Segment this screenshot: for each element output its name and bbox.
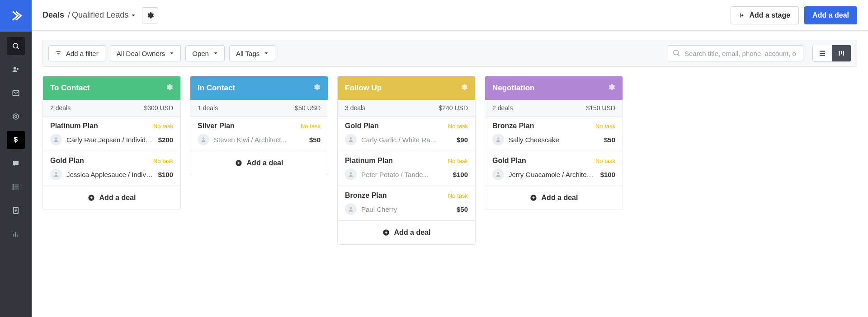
stage: In Contact 1 deals $50 USD Silver Plan N… xyxy=(190,76,328,175)
avatar xyxy=(50,168,62,180)
deal-title: Gold Plan xyxy=(492,157,526,165)
filter-icon xyxy=(55,50,61,56)
breadcrumb-sep: / xyxy=(68,10,70,20)
owner-filter[interactable]: All Deal Owners xyxy=(110,45,181,61)
pipeline-settings-button[interactable] xyxy=(142,7,158,23)
avatar xyxy=(345,134,357,145)
avatar xyxy=(345,168,357,180)
breadcrumb-current[interactable]: Qualified Leads xyxy=(72,10,136,20)
search-input[interactable] xyxy=(668,45,803,61)
stage-count: 3 deals xyxy=(345,104,365,112)
person-icon xyxy=(53,171,59,177)
stage-settings-button[interactable] xyxy=(607,83,615,93)
board-view-icon xyxy=(837,49,845,57)
stage-add-deal-label: Add a deal xyxy=(394,228,431,237)
main: Deals / Qualified Leads Add a stage Add … xyxy=(32,0,868,317)
board-view-button[interactable] xyxy=(832,45,851,61)
avatar xyxy=(492,134,504,145)
stage-add-deal-button[interactable]: Add a deal xyxy=(190,151,328,175)
sidebar-item-deals[interactable] xyxy=(7,131,25,149)
logo-icon xyxy=(9,9,22,22)
deal-card[interactable]: Bronze Plan No task Sally Cheescake $50 xyxy=(485,117,623,151)
deal-card[interactable]: Platinum Plan No task Peter Potato / Tan… xyxy=(338,151,475,186)
sidebar xyxy=(0,0,32,317)
sidebar-item-campaigns[interactable] xyxy=(7,84,25,102)
stage-settings-button[interactable] xyxy=(312,83,321,93)
stage-add-deal-label: Add a deal xyxy=(99,194,136,202)
add-filter-button[interactable]: Add a filter xyxy=(48,45,105,61)
avatar xyxy=(198,134,209,145)
stage-add-deal-button[interactable]: Add a deal xyxy=(338,221,475,244)
deal-task-status: No task xyxy=(448,192,468,199)
svg-point-2 xyxy=(14,67,16,70)
deal-task-status: No task xyxy=(301,123,321,130)
stage-summary: 2 deals $300 USD xyxy=(43,100,180,117)
deal-task-status: No task xyxy=(595,158,615,164)
breadcrumb-current-label: Qualified Leads xyxy=(72,10,128,20)
stage-total: $150 USD xyxy=(586,104,615,112)
stage-name: To Contact xyxy=(50,84,90,93)
person-icon xyxy=(495,171,501,177)
stage: To Contact 2 deals $300 USD Platinum Pla… xyxy=(42,76,181,210)
svg-point-3 xyxy=(17,68,19,70)
deal-card[interactable]: Gold Plan No task Carly Garlic / White R… xyxy=(338,117,475,151)
stage-name: In Contact xyxy=(198,84,235,93)
owner-filter-label: All Deal Owners xyxy=(117,50,165,57)
search-wrap xyxy=(668,45,803,61)
svg-marker-28 xyxy=(170,52,174,54)
deal-card[interactable]: Gold Plan No task Jerry Guacamole / Arch… xyxy=(485,151,623,186)
list-view-button[interactable] xyxy=(813,45,832,61)
sidebar-item-conversations[interactable] xyxy=(7,154,25,172)
svg-point-13 xyxy=(13,189,14,190)
deal-contact: Steven Kiwi / Architect... xyxy=(214,136,287,144)
stage-name: Follow Up xyxy=(345,84,382,93)
stage-add-deal-button[interactable]: Add a deal xyxy=(43,186,180,210)
app-logo[interactable] xyxy=(0,0,32,32)
stage-add-deal-label: Add a deal xyxy=(542,194,578,202)
sidebar-item-automations[interactable] xyxy=(7,107,25,126)
add-stage-button[interactable]: Add a stage xyxy=(731,6,799,24)
sidebar-item-contacts[interactable] xyxy=(7,61,25,79)
deal-card[interactable]: Platinum Plan No task Carly Rae Jepsen /… xyxy=(43,117,180,151)
chevron-down-icon xyxy=(131,13,136,18)
stage-total: $240 USD xyxy=(439,104,468,112)
svg-point-39 xyxy=(55,137,57,140)
breadcrumb-root[interactable]: Deals xyxy=(42,10,64,20)
filter-bar: Add a filter All Deal Owners Open All Ta… xyxy=(42,40,857,67)
svg-point-5 xyxy=(13,114,19,119)
sidebar-item-lists[interactable] xyxy=(7,178,25,196)
deal-card[interactable]: Bronze Plan No task Paul Cherry $50 xyxy=(338,186,475,221)
sidebar-item-forms[interactable] xyxy=(7,201,25,219)
add-deal-button[interactable]: Add a deal xyxy=(804,6,857,24)
person-icon xyxy=(495,136,501,143)
sidebar-item-reports[interactable] xyxy=(7,225,25,243)
svg-point-40 xyxy=(55,172,57,174)
tags-filter[interactable]: All Tags xyxy=(229,45,275,61)
plus-circle-icon xyxy=(88,194,95,201)
form-icon xyxy=(12,206,20,214)
avatar xyxy=(492,168,504,180)
svg-marker-30 xyxy=(265,52,268,54)
deal-task-status: No task xyxy=(595,123,615,130)
sidebar-item-search[interactable] xyxy=(7,37,25,55)
svg-point-55 xyxy=(497,172,500,174)
add-column-icon xyxy=(739,12,745,19)
stage-settings-button[interactable] xyxy=(165,83,173,93)
svg-point-50 xyxy=(350,207,352,209)
stage-settings-button[interactable] xyxy=(460,83,468,93)
person-icon xyxy=(348,136,354,143)
deal-title: Platinum Plan xyxy=(345,157,393,165)
people-icon xyxy=(12,65,20,74)
dollar-icon xyxy=(12,136,20,144)
deal-card[interactable]: Silver Plan No task Steven Kiwi / Archit… xyxy=(190,117,328,151)
deal-contact: Peter Potato / Tande... xyxy=(361,171,429,178)
deal-amount: $200 xyxy=(158,136,173,144)
deal-amount: $100 xyxy=(600,171,615,178)
person-icon xyxy=(348,171,354,177)
gear-icon xyxy=(312,83,321,91)
svg-point-11 xyxy=(13,185,14,186)
status-filter[interactable]: Open xyxy=(185,45,225,61)
stage-add-deal-button[interactable]: Add a deal xyxy=(485,186,623,210)
deal-contact: Paul Cherry xyxy=(361,205,397,213)
deal-card[interactable]: Gold Plan No task Jessica Applesauce / I… xyxy=(43,151,180,186)
